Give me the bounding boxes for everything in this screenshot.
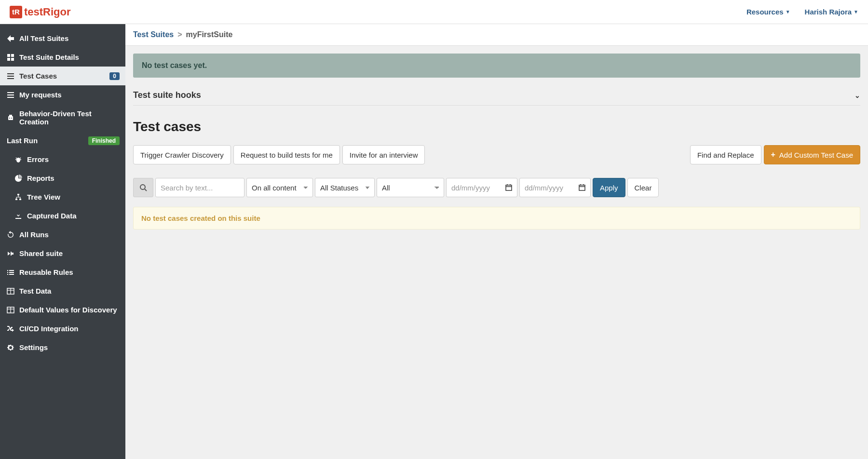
all-select[interactable]: All	[377, 178, 444, 197]
sidebar-item-tree-view[interactable]: Tree View	[0, 188, 125, 206]
sidebar-item-test-data[interactable]: Test Data	[0, 282, 125, 300]
svg-line-18	[20, 158, 21, 159]
status-select[interactable]: All Statuses	[315, 178, 375, 197]
sidebar-item-bdd[interactable]: Behavior-Driven Test Creation	[0, 104, 125, 131]
trigger-crawler-button[interactable]: Trigger Crawler Discovery	[133, 145, 231, 164]
grid-icon	[7, 54, 14, 61]
no-cases-warning: No test cases created on this suite	[133, 207, 860, 230]
bug-icon	[14, 156, 22, 163]
clear-button[interactable]: Clear	[627, 178, 659, 197]
test-suite-hooks-toggle[interactable]: Test suite hooks ⌄	[133, 86, 860, 106]
sidebar-item-label: Tree View	[27, 193, 60, 201]
svg-line-17	[16, 158, 17, 159]
robot-icon	[7, 114, 14, 122]
share-icon	[7, 250, 14, 257]
svg-rect-7	[7, 92, 14, 93]
search-icon-box	[133, 178, 153, 197]
svg-rect-5	[7, 76, 14, 77]
apply-button[interactable]: Apply	[593, 178, 625, 197]
sidebar-item-default-values[interactable]: Default Values for Discovery	[0, 300, 125, 319]
filter-row: On all content All Statuses All Apply C	[133, 178, 860, 197]
breadcrumb-root[interactable]: Test Suites	[133, 30, 174, 39]
search-input[interactable]	[155, 178, 244, 197]
sidebar-item-last-run[interactable]: Last Run Finished	[0, 131, 125, 150]
user-label: Harish Rajora	[805, 8, 852, 16]
sidebar-item-label: Errors	[27, 155, 49, 163]
sidebar-item-label: Settings	[19, 343, 48, 351]
sidebar-item-reports[interactable]: Reports	[0, 169, 125, 188]
date-from-input[interactable]	[446, 178, 517, 197]
svg-rect-21	[19, 199, 21, 200]
svg-point-13	[11, 118, 12, 119]
sidebar-item-label: Reports	[27, 174, 54, 182]
request-build-button[interactable]: Request to build tests for me	[233, 145, 340, 164]
topbar-right: Resources ▼ Harish Rajora ▼	[746, 8, 858, 16]
sidebar-item-label: Test Cases	[19, 72, 57, 80]
user-menu[interactable]: Harish Rajora ▼	[805, 8, 858, 16]
sidebar-item-label: Captured Data	[27, 212, 77, 220]
breadcrumb-current: myFirstSuite	[186, 30, 233, 39]
sidebar-item-label: All Test Suites	[19, 34, 68, 42]
sidebar-item-settings[interactable]: Settings	[0, 338, 125, 357]
sidebar-item-label: Test Data	[19, 287, 51, 295]
svg-rect-22	[7, 270, 8, 271]
list-icon	[7, 72, 14, 80]
find-replace-button[interactable]: Find and Replace	[690, 145, 761, 164]
hooks-title: Test suite hooks	[133, 90, 201, 100]
logo[interactable]: tR testRigor	[10, 6, 71, 18]
rules-icon	[7, 269, 14, 276]
svg-rect-26	[7, 274, 8, 275]
svg-rect-2	[7, 58, 10, 61]
sidebar-item-label: Reusable Rules	[19, 268, 73, 276]
invite-interview-button[interactable]: Invite for an interview	[342, 145, 425, 164]
svg-rect-25	[9, 272, 14, 273]
date-to-input[interactable]	[519, 178, 591, 197]
caret-down-icon: ▼	[786, 9, 790, 14]
sidebar-item-label: All Runs	[19, 230, 49, 239]
svg-rect-23	[9, 270, 14, 271]
list-icon	[7, 91, 14, 99]
svg-rect-19	[17, 194, 19, 195]
no-test-cases-alert: No test cases yet.	[133, 54, 860, 78]
resources-menu[interactable]: Resources ▼	[746, 8, 790, 16]
svg-rect-6	[7, 78, 14, 79]
table-icon	[7, 306, 14, 314]
sidebar-item-all-suites[interactable]: All Test Suites	[0, 29, 125, 48]
svg-rect-3	[11, 58, 14, 61]
table-icon	[7, 287, 14, 295]
sidebar-item-label: Shared suite	[19, 249, 63, 257]
breadcrumb: Test Suites > myFirstSuite	[125, 24, 868, 46]
sidebar-item-cicd[interactable]: CI/CD Integration	[0, 319, 125, 338]
svg-rect-8	[7, 94, 14, 95]
history-icon	[7, 231, 14, 239]
arrow-left-icon	[7, 35, 14, 42]
shuffle-icon	[7, 325, 14, 333]
sidebar-item-my-requests[interactable]: My requests	[0, 85, 125, 104]
sidebar-item-label: CI/CD Integration	[19, 324, 79, 333]
page-title: Test cases	[133, 119, 860, 135]
svg-rect-9	[7, 97, 14, 98]
gear-icon	[7, 344, 14, 351]
svg-rect-11	[9, 115, 12, 116]
svg-rect-20	[15, 199, 17, 200]
content-select[interactable]: On all content	[246, 178, 313, 197]
sidebar-item-test-cases[interactable]: Test Cases 0	[0, 67, 125, 85]
sidebar-item-all-runs[interactable]: All Runs	[0, 225, 125, 244]
sidebar-item-label: Test Suite Details	[19, 53, 79, 61]
sidebar-item-reusable-rules[interactable]: Reusable Rules	[0, 263, 125, 282]
svg-rect-10	[8, 116, 13, 120]
test-cases-count-badge: 0	[109, 72, 120, 80]
sidebar-item-details[interactable]: Test Suite Details	[0, 48, 125, 67]
sidebar-item-shared-suite[interactable]: Shared suite	[0, 244, 125, 263]
sidebar-item-captured-data[interactable]: Captured Data	[0, 206, 125, 225]
svg-rect-27	[9, 274, 14, 275]
add-custom-test-case-button[interactable]: + Add Custom Test Case	[764, 145, 860, 164]
sidebar-item-errors[interactable]: Errors	[0, 150, 125, 169]
svg-point-12	[9, 118, 10, 119]
breadcrumb-separator: >	[177, 30, 182, 39]
sidebar-item-label: Last Run	[7, 136, 38, 145]
svg-line-35	[145, 189, 147, 191]
pie-chart-icon	[14, 175, 22, 182]
content-area: Test Suites > myFirstSuite No test cases…	[125, 24, 868, 459]
last-run-status-badge: Finished	[88, 136, 120, 145]
